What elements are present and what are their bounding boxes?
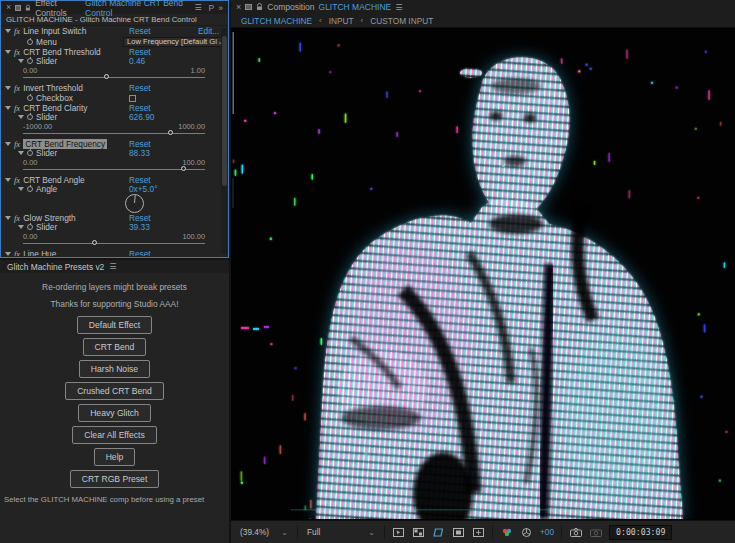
effect-row-crt-bend-frequency[interactable]: fx CRT Bend Frequency Reset xyxy=(1,139,220,149)
disclosure-icon[interactable] xyxy=(5,142,11,146)
disclosure-icon[interactable] xyxy=(5,178,11,182)
presets-panel-header[interactable]: Glitch Machine Presets v2 ☰ xyxy=(0,260,229,273)
reset-link[interactable]: Reset xyxy=(129,26,151,36)
angle-dial-needle[interactable] xyxy=(134,195,136,203)
effect-list-scrollbar[interactable] xyxy=(221,28,227,254)
panel-menu-icon[interactable]: ☰ xyxy=(109,262,115,271)
region-of-interest-icon[interactable] xyxy=(452,526,465,539)
slider-track[interactable] xyxy=(23,77,205,78)
effect-row-invert-threshold[interactable]: fx Invert Threshold Reset xyxy=(1,83,220,93)
slider-thumb[interactable] xyxy=(181,166,186,171)
reset-link[interactable]: Reset xyxy=(129,249,151,256)
slider-track[interactable] xyxy=(23,133,205,134)
help-button[interactable]: Help xyxy=(94,448,136,466)
resolution-dropdown[interactable]: Full ⌄ xyxy=(305,527,377,537)
effect-row-crt-bend-clarity[interactable]: fx CRT Bend Clarity Reset xyxy=(1,103,220,113)
effect-name[interactable]: Line Hue xyxy=(23,249,56,256)
disclosure-icon[interactable] xyxy=(5,50,11,54)
panel-menu-icon[interactable]: ☰ xyxy=(194,3,200,12)
edit-link[interactable]: Edit... xyxy=(198,26,219,36)
reset-link[interactable]: Reset xyxy=(129,83,151,93)
slider-value[interactable]: 0.46 xyxy=(129,56,145,66)
harsh-noise-button[interactable]: Harsh Noise xyxy=(79,360,150,378)
preview-view-icon[interactable] xyxy=(392,526,405,539)
show-snapshot-icon[interactable] xyxy=(589,526,602,539)
fx-badge-icon[interactable]: fx xyxy=(14,139,20,149)
exposure-value[interactable]: +00 xyxy=(540,527,554,537)
fx-badge-icon[interactable]: fx xyxy=(14,47,20,57)
slider-value[interactable]: 88.33 xyxy=(129,148,150,158)
composition-viewer[interactable] xyxy=(231,28,735,520)
fx-badge-icon[interactable]: fx xyxy=(14,175,20,185)
mask-visibility-icon[interactable] xyxy=(432,526,445,539)
effect-row-glow-strength[interactable]: fx Glow Strength Reset xyxy=(1,213,220,223)
angle-dial[interactable] xyxy=(125,194,144,213)
disclosure-icon[interactable] xyxy=(5,29,11,33)
crushed-crt-bend-button[interactable]: Crushed CRT Bend xyxy=(65,382,164,400)
effect-row-crt-bend-threshold[interactable]: fx CRT Bend Threshold Reset xyxy=(1,47,220,57)
slider-value[interactable]: 39.33 xyxy=(129,222,150,232)
disclosure-icon[interactable] xyxy=(18,115,24,119)
heavy-glitch-button[interactable]: Heavy Glitch xyxy=(78,404,151,422)
stopwatch-icon[interactable] xyxy=(27,95,33,101)
viewer-tab-custom-input[interactable]: CUSTOM INPUT xyxy=(370,16,433,26)
invert-threshold-checkbox[interactable] xyxy=(129,95,136,102)
timecode-display[interactable]: 0:00:03:09 xyxy=(609,525,672,540)
stopwatch-icon[interactable] xyxy=(27,186,33,192)
disclosure-icon[interactable] xyxy=(18,225,24,229)
stopwatch-icon[interactable] xyxy=(27,39,33,45)
disclosure-icon[interactable] xyxy=(5,252,11,256)
fx-badge-icon[interactable]: fx xyxy=(14,213,20,223)
overflow-tab-label[interactable]: P xyxy=(209,3,215,13)
slider-thumb[interactable] xyxy=(104,74,109,79)
exposure-adjust-icon[interactable] xyxy=(520,526,533,539)
composition-tab-target[interactable]: GLITCH MACHINE xyxy=(319,2,392,12)
disclosure-icon[interactable] xyxy=(5,106,11,110)
crt-bend-button[interactable]: CRT Bend xyxy=(83,338,147,356)
slider-value[interactable]: 626.90 xyxy=(129,112,154,122)
effect-name[interactable]: Invert Threshold xyxy=(23,83,83,93)
effect-name[interactable]: Line Input Switch xyxy=(23,26,86,36)
lock-icon[interactable] xyxy=(256,3,263,11)
disclosure-icon[interactable] xyxy=(18,151,24,155)
fx-badge-icon[interactable]: fx xyxy=(14,83,20,93)
lock-icon[interactable] xyxy=(25,4,31,12)
disclosure-icon[interactable] xyxy=(5,86,11,90)
stopwatch-icon[interactable] xyxy=(27,58,33,64)
stopwatch-icon[interactable] xyxy=(27,114,33,120)
fx-badge-icon[interactable]: fx xyxy=(14,249,20,256)
effect-name[interactable]: CRT Bend Threshold xyxy=(23,47,100,57)
slider-track[interactable] xyxy=(23,243,205,244)
fx-badge-icon[interactable]: fx xyxy=(14,26,20,36)
crt-rgb-preset-button[interactable]: CRT RGB Preset xyxy=(70,470,160,488)
stopwatch-icon[interactable] xyxy=(27,150,33,156)
safe-margins-icon[interactable] xyxy=(472,526,485,539)
panel-close-icon[interactable]: × xyxy=(6,3,11,12)
clear-all-effects-button[interactable]: Clear All Effects xyxy=(72,426,157,444)
panel-close-icon[interactable]: × xyxy=(236,3,241,12)
menu-dropdown[interactable]: Low Frequency [Default Gl ⌄ xyxy=(123,37,223,47)
effect-row-crt-bend-angle[interactable]: fx CRT Bend Angle Reset xyxy=(1,175,220,185)
disclosure-icon[interactable] xyxy=(5,216,11,220)
viewer-tab-input[interactable]: INPUT xyxy=(329,16,354,26)
zoom-level-dropdown[interactable]: (39.4%) ⌄ xyxy=(238,527,290,537)
snapshot-camera-icon[interactable] xyxy=(569,526,582,539)
default-effect-button[interactable]: Default Effect xyxy=(77,316,152,334)
slider-thumb[interactable] xyxy=(92,240,97,245)
param-row-slider: Slider 88.33 xyxy=(1,149,220,157)
viewer-tab-glitch-machine[interactable]: GLITCH MACHINE xyxy=(241,16,312,26)
resolution-value: Full xyxy=(307,527,320,537)
panel-menu-icon[interactable]: ☰ xyxy=(395,3,401,12)
channel-settings-icon[interactable] xyxy=(500,526,513,539)
panel-overflow-icon[interactable]: » xyxy=(218,3,223,13)
stopwatch-icon[interactable] xyxy=(27,224,33,230)
fx-badge-icon[interactable]: fx xyxy=(14,103,20,113)
slider-thumb[interactable] xyxy=(168,130,173,135)
composition-tab-label[interactable]: Composition xyxy=(267,2,314,12)
effect-row-line-input-switch[interactable]: fx Line Input Switch Reset Edit... xyxy=(1,26,220,36)
effect-row-line-hue[interactable]: fx Line Hue Reset xyxy=(1,249,220,256)
slider-track[interactable] xyxy=(23,169,205,170)
disclosure-icon[interactable] xyxy=(18,59,24,63)
disclosure-icon[interactable] xyxy=(18,187,24,191)
transparency-grid-icon[interactable] xyxy=(412,526,425,539)
